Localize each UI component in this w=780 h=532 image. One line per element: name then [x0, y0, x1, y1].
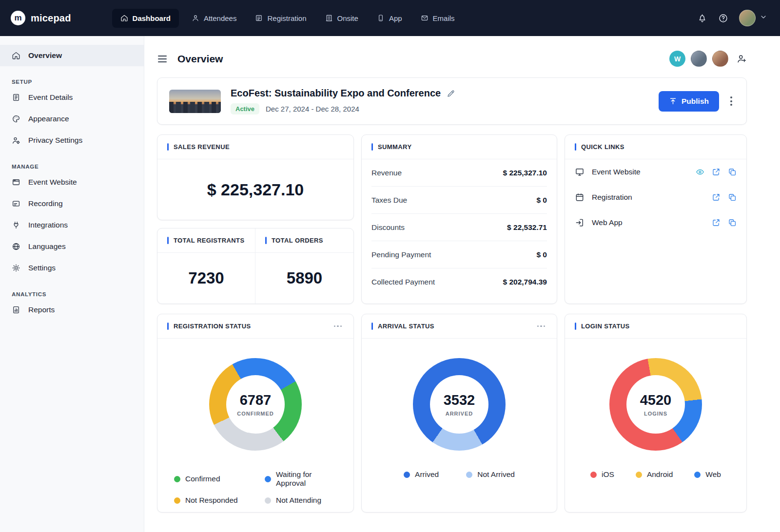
legend-label: Web	[705, 470, 721, 479]
sidebar-item-settings[interactable]: Settings	[0, 257, 144, 279]
quick-link-web-app: Web App	[565, 210, 746, 235]
card-menu-icon[interactable]	[535, 323, 547, 329]
quick-link-label: Event Website	[592, 168, 641, 176]
content-header: Overview W	[157, 36, 747, 77]
registration-legend: Confirmed Waiting for Approval Not Respo…	[157, 470, 353, 505]
summary-value: $ 0	[536, 250, 547, 259]
nav-item-registration[interactable]: Registration	[249, 9, 312, 28]
open-external-icon[interactable]	[712, 218, 721, 227]
legend-label: Not Responded	[185, 496, 238, 505]
summary-value: $ 22,532.71	[507, 223, 547, 232]
summary-label: Pending Payment	[371, 250, 431, 259]
nav-item-app[interactable]: App	[371, 9, 408, 28]
sidebar-label: Overview	[28, 51, 62, 60]
legend-label: Confirmed	[185, 475, 220, 483]
sidebar-label: Reports	[28, 305, 55, 314]
sidebar-item-integrations[interactable]: Integrations	[0, 214, 144, 236]
browser-icon	[12, 178, 20, 187]
top-navigation: Dashboard Attendees Registration Onsite …	[112, 9, 461, 28]
avatar-w[interactable]: W	[669, 51, 685, 67]
brand[interactable]: m micepad	[11, 11, 71, 25]
avatar[interactable]	[712, 51, 728, 67]
legend-label: Arrived	[415, 470, 439, 479]
calendar-icon	[575, 192, 585, 202]
accent-bar	[371, 323, 373, 330]
sidebar-item-appearance[interactable]: Appearance	[0, 108, 144, 130]
sidebar-label: Settings	[28, 264, 56, 272]
sidebar-section-analytics: ANALYTICS	[0, 291, 144, 297]
donut-center-value: 6787	[240, 392, 272, 408]
brand-name: micepad	[31, 13, 71, 24]
nav-label: Emails	[433, 14, 455, 22]
user-menu[interactable]	[739, 10, 767, 26]
envelope-icon	[421, 14, 429, 22]
notifications-bell-icon[interactable]	[697, 13, 707, 23]
nav-item-dashboard[interactable]: Dashboard	[112, 9, 179, 28]
event-thumbnail	[169, 90, 221, 113]
sidebar-item-event-website[interactable]: Event Website	[0, 171, 144, 193]
accent-bar	[575, 143, 576, 151]
sidebar-label: Appearance	[28, 114, 69, 123]
nav-label: Registration	[267, 14, 306, 22]
topbar: m micepad Dashboard Attendees Registrati…	[0, 0, 780, 36]
event-more-menu-icon[interactable]	[728, 94, 735, 108]
registration-status-card: REGISTRATION STATUS 6787 CONFIRMED Confi…	[157, 314, 354, 513]
sidebar-item-languages[interactable]: Languages	[0, 236, 144, 257]
globe-icon	[12, 242, 20, 251]
copy-link-icon[interactable]	[728, 193, 737, 202]
card-menu-icon[interactable]	[332, 323, 344, 329]
user-avatar	[739, 10, 756, 26]
accent-bar	[265, 237, 267, 244]
summary-label: Discounts	[371, 223, 405, 232]
legend-dot	[590, 472, 597, 478]
event-dates: Dec 27, 2024 - Dec 28, 2024	[266, 105, 359, 113]
summary-label: Collected Payment	[371, 278, 435, 286]
publish-button[interactable]: Publish	[659, 91, 719, 112]
page-title: Overview	[177, 53, 223, 65]
summary-value: $ 225,327.10	[503, 169, 547, 177]
sidebar-item-overview[interactable]: Overview	[0, 45, 144, 66]
quick-link-event-website: Event Website	[565, 159, 746, 185]
report-icon	[12, 305, 20, 314]
summary-row-pending: Pending Payment $ 0	[371, 241, 547, 268]
phone-icon	[377, 14, 385, 22]
sidebar-item-event-details[interactable]: Event Details	[0, 87, 144, 108]
open-external-icon[interactable]	[712, 168, 721, 176]
total-orders-value: 5890	[255, 253, 353, 304]
plug-icon	[12, 221, 20, 229]
menu-toggle-icon[interactable]	[157, 54, 168, 64]
total-registrants: TOTAL REGISTRANTS 7230	[157, 228, 255, 304]
sales-revenue-card: SALES REVENUE $ 225,327.10	[157, 134, 354, 220]
open-external-icon[interactable]	[712, 193, 721, 202]
totals-card: TOTAL REGISTRANTS 7230 TOTAL ORDERS 5890	[157, 228, 354, 304]
legend-label: iOS	[602, 470, 614, 479]
nav-label: Onsite	[337, 14, 358, 22]
legend-label: Not Attending	[276, 496, 321, 505]
copy-link-icon[interactable]	[728, 218, 737, 227]
upload-icon	[669, 97, 677, 105]
nav-item-emails[interactable]: Emails	[415, 9, 461, 28]
legend-label: Not Arrived	[477, 470, 515, 479]
nav-item-onsite[interactable]: Onsite	[319, 9, 364, 28]
team-avatars: W	[669, 51, 747, 67]
quick-link-label: Registration	[592, 193, 632, 202]
preview-eye-icon[interactable]	[696, 168, 704, 176]
quick-link-registration: Registration	[565, 185, 746, 210]
sidebar-item-recording[interactable]: Recording	[0, 193, 144, 214]
sidebar-item-privacy-settings[interactable]: Privacy Settings	[0, 130, 144, 151]
help-icon[interactable]	[718, 13, 728, 23]
quick-links-card: QUICK LINKS Event Website Registration	[565, 134, 747, 304]
card-title: SUMMARY	[378, 143, 411, 151]
gear-icon	[12, 264, 20, 272]
avatar[interactable]	[691, 51, 707, 67]
nav-item-attendees[interactable]: Attendees	[186, 9, 243, 28]
copy-link-icon[interactable]	[728, 168, 737, 176]
summary-row-revenue: Revenue $ 225,327.10	[371, 159, 547, 187]
login-status-card: LOGIN STATUS 4520 LOGINS iOS Android Web	[565, 314, 747, 513]
add-person-icon[interactable]	[737, 54, 747, 64]
card-title: TOTAL REGISTRANTS	[174, 237, 244, 244]
card-title: LOGIN STATUS	[581, 323, 630, 330]
sidebar-item-reports[interactable]: Reports	[0, 299, 144, 321]
edit-pencil-icon[interactable]	[447, 89, 455, 98]
donut-center-label: LOGINS	[644, 411, 667, 417]
